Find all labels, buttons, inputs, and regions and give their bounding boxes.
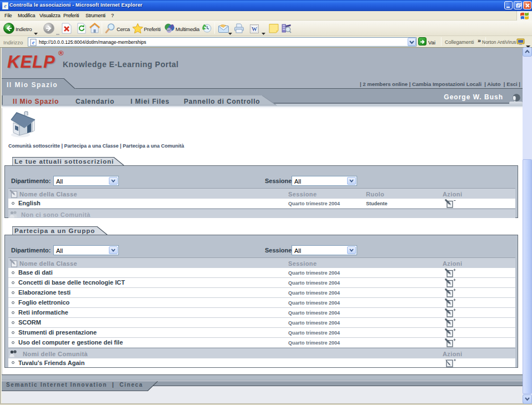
- svg-text:W: W: [252, 26, 257, 32]
- svg-text:e: e: [4, 3, 7, 9]
- svg-text:e: e: [32, 39, 35, 45]
